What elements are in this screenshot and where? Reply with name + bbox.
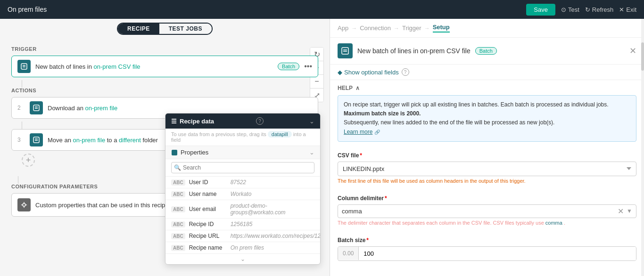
batch-size-input[interactable] <box>359 247 636 260</box>
rdp-datapill: datapill <box>268 131 292 138</box>
panel-header-left: New batch of lines in on-prem CSV file B… <box>338 43 497 58</box>
list-item: ABC User email product-demo-groups@worka… <box>165 200 320 219</box>
recipe-tabs: RECIPE TEST JOBS <box>0 19 330 39</box>
main-layout: RECIPE TEST JOBS ↻ + − ⤢ TRIGGER New ba <box>0 19 644 276</box>
rdp-scroll-indicator: ⌄ <box>165 254 320 264</box>
refresh-button[interactable]: ↻ Refresh <box>585 6 614 13</box>
test-icon: ⊙ <box>561 6 566 13</box>
optional-help-icon[interactable]: ? <box>402 68 409 76</box>
connector-1 <box>22 80 22 88</box>
column-delimiter-hint: The delimiter character that separates e… <box>338 220 636 226</box>
connector-2 <box>22 122 22 129</box>
help-section: HELP ∧ On recipe start, trigger will pic… <box>330 80 644 146</box>
list-item: ABC Recipe URL https://www.workato.com/r… <box>165 230 320 242</box>
list-item: ABC User ID 87522 <box>165 177 320 188</box>
list-item: ABC User name Workato <box>165 188 320 200</box>
column-delimiter-select[interactable]: comma ✕ ▼ <box>338 204 636 218</box>
csv-file-select[interactable]: LINKEDIN.pptx <box>338 162 636 176</box>
batch-size-field: 0.00 <box>338 246 636 261</box>
svg-rect-10 <box>172 150 177 155</box>
rdp-help-icon[interactable]: ? <box>256 117 264 125</box>
test-button[interactable]: ⊙ Test <box>561 6 579 13</box>
right-scrollbar[interactable] <box>641 19 644 276</box>
refresh-icon: ↻ <box>585 6 590 13</box>
csv-file-label: CSV file* <box>338 152 636 159</box>
trigger-section-label: TRIGGER <box>11 46 318 52</box>
rdp-items-list: ABC User ID 87522 ABC User name Workato … <box>165 177 320 254</box>
close-icon: ✕ <box>619 6 624 13</box>
config-icon <box>17 198 31 211</box>
help-header[interactable]: HELP ∧ <box>338 85 636 91</box>
arrow-icon-1: → <box>351 25 357 32</box>
arrow-icon-2: → <box>394 25 399 32</box>
column-delimiter-label: Column delimiter* <box>338 195 636 202</box>
action-2-text: Download an on-prem file <box>48 105 312 112</box>
rdp-section-label: Properties <box>171 149 208 156</box>
panel-close-button[interactable]: ✕ <box>629 46 636 56</box>
list-item: ABC Recipe name On prem files <box>165 242 320 254</box>
batch-size-section: Batch size* 0.00 <box>330 231 644 267</box>
trigger-badge: Batch <box>278 63 299 70</box>
tab-recipe[interactable]: RECIPE <box>118 24 159 34</box>
rdp-header: ☰ Recipe data ? ⌄ <box>165 114 320 129</box>
trigger-icon <box>17 60 31 73</box>
step-number-2: 2 <box>17 105 25 111</box>
add-step-button[interactable]: + <box>22 154 35 167</box>
diamond-icon: ◆ <box>338 69 342 76</box>
batch-size-label: Batch size* <box>338 237 636 244</box>
show-optional-fields-button[interactable]: ◆ Show optional fields <box>338 69 399 76</box>
search-icon: 🔍 <box>174 164 181 171</box>
exit-button[interactable]: ✕ Exit <box>619 6 636 13</box>
svg-point-9 <box>23 203 25 206</box>
actions-section-label: ACTIONS <box>11 88 318 93</box>
save-button[interactable]: Save <box>526 4 555 16</box>
optional-fields-row: ◆ Show optional fields ? <box>330 65 644 80</box>
column-delimiter-value: comma <box>342 208 618 215</box>
svg-rect-11 <box>342 48 348 54</box>
action-2-icon <box>30 101 43 114</box>
rdp-search: 🔍 <box>165 159 320 177</box>
app-title: On prem files <box>8 6 47 13</box>
rdp-collapse-icon[interactable]: ⌄ <box>309 118 314 125</box>
scrollbar-thumb <box>641 42 644 71</box>
trigger-more-button[interactable]: ••• <box>304 62 312 71</box>
list-icon: ☰ <box>171 118 177 125</box>
column-delimiter-section: Column delimiter* comma ✕ ▼ The delimite… <box>330 189 644 231</box>
search-input[interactable] <box>171 162 314 173</box>
breadcrumb-setup[interactable]: Setup <box>433 24 450 32</box>
csv-file-section: CSV file* LINKEDIN.pptx The first line o… <box>330 146 644 189</box>
panel-icon <box>338 43 353 58</box>
learn-more-link[interactable]: Learn more <box>344 129 372 135</box>
step-number-3: 3 <box>17 137 25 143</box>
breadcrumb-trigger[interactable]: Trigger <box>402 24 421 32</box>
breadcrumb-app[interactable]: App <box>338 24 348 32</box>
breadcrumb: App → Connection → Trigger → Setup <box>330 19 644 38</box>
trigger-step[interactable]: New batch of lines in on-prem CSV file B… <box>11 56 318 77</box>
trigger-text: New batch of lines in on-prem CSV file <box>35 63 273 70</box>
action-3-icon <box>30 133 43 146</box>
clear-delimiter-button[interactable]: ✕ <box>618 207 624 216</box>
left-panel: RECIPE TEST JOBS ↻ + − ⤢ TRIGGER New ba <box>0 19 330 276</box>
right-panel: App → Connection → Trigger → Setup New b… <box>330 19 644 276</box>
panel-header: New batch of lines in on-prem CSV file B… <box>330 38 644 65</box>
svg-rect-6 <box>33 137 39 143</box>
tab-test-jobs[interactable]: TEST JOBS <box>159 24 212 34</box>
help-content: On recipe start, trigger will pick up al… <box>338 95 636 142</box>
rdp-subtitle: To use data from a previous step, drag i… <box>165 129 320 146</box>
list-item: ABC Recipe ID 1256185 <box>165 219 320 230</box>
arrow-icon-3: → <box>424 25 430 32</box>
breadcrumb-connection[interactable]: Connection <box>360 24 391 32</box>
panel-badge: Batch <box>475 47 497 55</box>
csv-file-hint: The first line of this file will be used… <box>338 178 636 184</box>
delimiter-dropdown-icon[interactable]: ▼ <box>627 208 632 214</box>
svg-rect-0 <box>21 64 27 69</box>
topbar-actions: Save ⊙ Test ↻ Refresh ✕ Exit <box>526 4 636 16</box>
tab-group: RECIPE TEST JOBS <box>117 23 213 35</box>
recipe-data-panel: ☰ Recipe data ? ⌄ To use data from a pre… <box>165 113 321 265</box>
rdp-title: ☰ Recipe data <box>171 118 214 125</box>
rdp-chevron-icon[interactable]: ⌄ <box>309 149 314 156</box>
svg-rect-3 <box>33 105 39 111</box>
panel-title: New batch of lines in on-prem CSV file <box>357 47 471 55</box>
topbar: On prem files Save ⊙ Test ↻ Refresh ✕ Ex… <box>0 0 644 19</box>
external-link-icon: 🔗 <box>374 130 380 135</box>
